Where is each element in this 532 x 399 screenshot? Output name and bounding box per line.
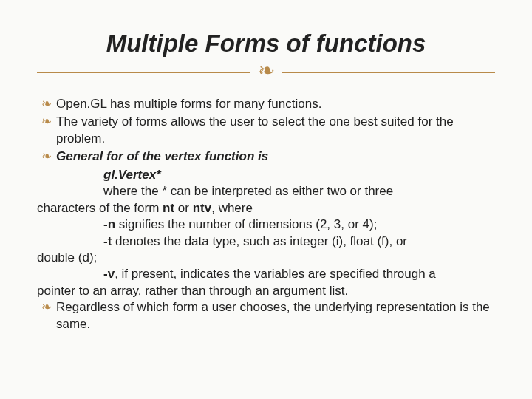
text: or (174, 201, 193, 215)
divider: ❧ (37, 62, 495, 83)
text: , where (211, 201, 253, 215)
bullet-icon: ❧ (37, 96, 56, 112)
bullet-text: The variety of forms allows the user to … (56, 114, 495, 147)
bullet-item: ❧ General for of the vertex function is (37, 149, 495, 165)
body-text: ❧ Open.GL has multiple forms for many fu… (37, 96, 495, 332)
text: denotes the data type, such as integer (… (112, 234, 407, 248)
flourish-icon: ❧ (250, 61, 282, 81)
bullet-icon: ❧ (37, 114, 56, 147)
text-bold: ntv (193, 201, 212, 215)
text-bold: -n (103, 217, 115, 231)
text-bold: -t (103, 234, 112, 248)
text: signifies the number of dimensions (2, 3… (115, 217, 377, 231)
text-bold: -v (103, 267, 115, 281)
bullet-text: Regardless of which form a user chooses,… (56, 299, 495, 332)
sub-line: where the * can be interpreted as either… (37, 183, 495, 200)
slide: Multiple Forms of functions ❧ ❧ Open.GL … (0, 0, 532, 399)
divider-line-left (37, 72, 250, 73)
sub-line: characters of the form nt or ntv, where (37, 200, 495, 216)
bullet-icon: ❧ (37, 149, 56, 165)
bullet-item: ❧ Regardless of which form a user choose… (37, 299, 495, 332)
text: characters of the form (37, 201, 163, 215)
bullet-text: Open.GL has multiple forms for many func… (56, 96, 495, 112)
sub-line: -n signifies the number of dimensions (2… (37, 216, 495, 233)
sub-line: pointer to an array, rather than through… (37, 283, 495, 299)
sub-line: gl.Vertex* (37, 167, 495, 183)
sub-line: -v, if present, indicates the variables … (37, 266, 495, 282)
bullet-icon: ❧ (37, 299, 56, 332)
sub-line: -t denotes the data type, such as intege… (37, 233, 495, 250)
bullet-item: ❧ The variety of forms allows the user t… (37, 114, 495, 147)
sub-line: double (d); (37, 250, 495, 266)
bullet-item: ❧ Open.GL has multiple forms for many fu… (37, 96, 495, 112)
slide-title: Multiple Forms of functions (37, 30, 495, 58)
text: , if present, indicates the variables ar… (115, 267, 436, 281)
divider-line-right (282, 72, 496, 73)
text-bold: nt (163, 201, 174, 215)
bullet-text: General for of the vertex function is (56, 149, 495, 165)
